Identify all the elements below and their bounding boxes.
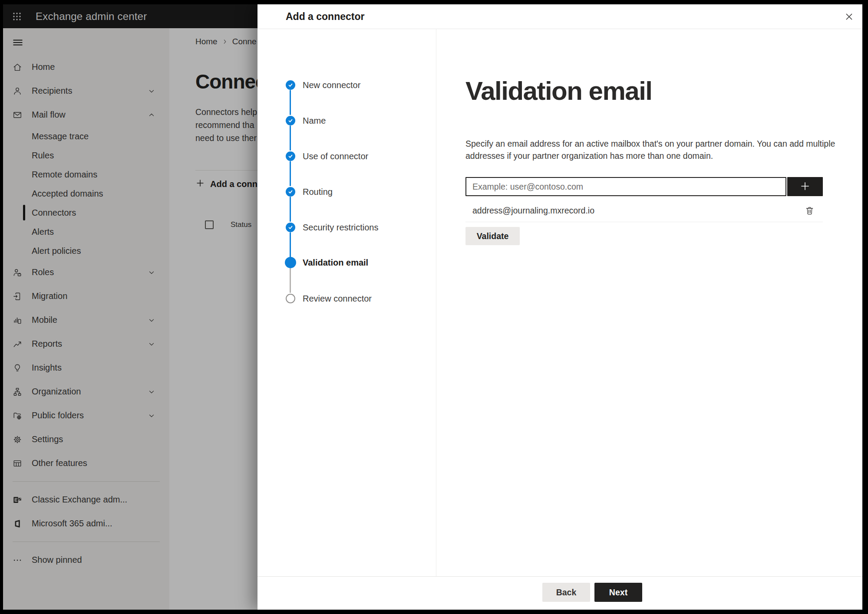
panel-title: Add a connector (286, 4, 364, 29)
step-use-of-connector: Use of connector (286, 151, 368, 162)
panel-footer: Back Next (257, 576, 862, 610)
next-button[interactable]: Next (594, 583, 642, 602)
close-button[interactable] (842, 11, 855, 24)
step-connector-line (290, 90, 291, 115)
wizard-stepper: New connector Name Use of connector Rout… (257, 29, 436, 576)
step-new-connector: New connector (286, 79, 360, 91)
add-email-button[interactable] (787, 177, 823, 196)
step-validation-email: Validation email (286, 257, 368, 268)
step-upcoming-icon (286, 294, 295, 303)
step-complete-icon (286, 151, 295, 161)
add-connector-panel: Add a connector New connector Name (257, 4, 862, 610)
validation-email-step-content: Validation email Specify an email addres… (436, 29, 862, 576)
delete-address-button[interactable] (804, 205, 815, 216)
validate-button[interactable]: Validate (465, 227, 520, 245)
step-connector-line (290, 232, 291, 257)
step-current-icon (285, 257, 296, 268)
step-connector-line (290, 161, 291, 186)
email-address-input[interactable] (465, 177, 786, 196)
step-complete-icon (286, 116, 295, 125)
step-complete-icon (286, 80, 295, 90)
close-icon (845, 12, 854, 23)
exchange-admin-app: Exchange admin center Home Recipients (3, 4, 862, 610)
step-review-connector: Review connector (286, 293, 372, 304)
step-name: Name (286, 115, 326, 126)
step-security-restrictions: Security restrictions (286, 222, 379, 233)
address-list-divider (465, 222, 823, 222)
back-button[interactable]: Back (542, 583, 590, 602)
step-description: Specify an email address for an active m… (465, 138, 838, 162)
step-connector-line (290, 125, 291, 151)
plus-icon (799, 181, 811, 193)
step-complete-icon (286, 223, 295, 232)
step-connector-line (290, 268, 291, 293)
step-heading: Validation email (465, 76, 652, 106)
email-address-row: address@journaling.mxrecord.io (465, 203, 823, 218)
panel-header: Add a connector (257, 4, 862, 29)
step-connector-line (290, 197, 291, 222)
email-address-value: address@journaling.mxrecord.io (472, 206, 594, 216)
screenshot-frame: Exchange admin center Home Recipients (0, 0, 868, 614)
step-complete-icon (286, 187, 295, 197)
step-routing: Routing (286, 186, 333, 197)
